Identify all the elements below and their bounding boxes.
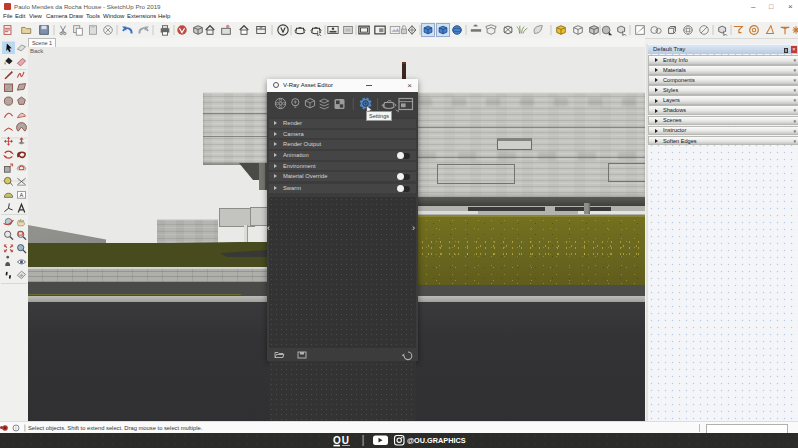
svg-text:i: i [15, 425, 16, 431]
svg-text:OU: OU [333, 435, 350, 446]
svg-text:@OU.GRAPHICS: @OU.GRAPHICS [407, 436, 466, 445]
svg-text:A: A [19, 192, 23, 198]
